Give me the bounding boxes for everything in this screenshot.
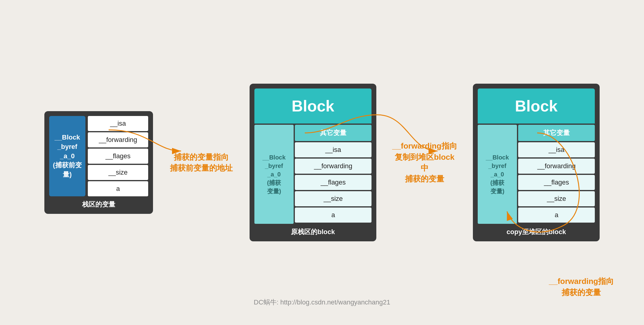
right-sub-header: 其它变量 <box>518 125 595 141</box>
middle-block-header: Block <box>254 88 371 124</box>
stack-label: 栈区的变量 <box>49 200 148 209</box>
middle-row-a: a <box>295 208 371 223</box>
annotation-bottom: __forwarding指向捕获的变量 <box>549 276 614 298</box>
stack-row-flages: __flages <box>88 149 148 164</box>
middle-block-right: 其它变量 __isa __forwarding __flages __size … <box>295 125 371 224</box>
annotation-left: 捕获的变量指向捕获前变量的地址 <box>168 152 234 174</box>
right-block-box: Block __Block_byref_a_0(捕获变量) 其它变量 __isa… <box>473 84 600 241</box>
right-block-left-label: __Block_byref_a_0(捕获变量) <box>478 125 517 224</box>
stack-left-label: __Block_byref_a_0(捕获前变量) <box>49 116 85 196</box>
right-row-isa: __isa <box>518 142 595 157</box>
stack-row-forwarding: __forwarding <box>88 132 148 147</box>
right-block-header: Block <box>478 88 595 124</box>
stack-box: __Block_byref_a_0(捕获前变量) __isa __forward… <box>44 111 153 214</box>
right-row-forwarding: __forwarding <box>518 159 595 174</box>
main-container: __Block_byref_a_0(捕获前变量) __isa __forward… <box>0 0 644 325</box>
stack-rows: __isa __forwarding __flages __size a <box>88 116 148 196</box>
right-block-right: 其它变量 __isa __forwarding __flages __size … <box>518 125 595 224</box>
stack-row-size: __size <box>88 165 148 180</box>
watermark: DC蜗牛: http://blog.csdn.net/wangyanchang2… <box>254 298 391 307</box>
stack-row-a: a <box>88 181 148 196</box>
middle-block-box: Block __Block_byref_a_0(捕获变量) 其它变量 __isa… <box>250 84 376 241</box>
right-block-label: copy至堆区的block <box>478 227 595 237</box>
right-row-flages: __flages <box>518 175 595 190</box>
middle-sub-header: 其它变量 <box>295 125 371 141</box>
middle-row-flages: __flages <box>295 175 371 190</box>
right-row-a: a <box>518 208 595 223</box>
middle-row-forwarding: __forwarding <box>295 159 371 174</box>
right-row-size: __size <box>518 191 595 206</box>
middle-block-left-label: __Block_byref_a_0(捕获变量) <box>254 125 294 224</box>
middle-row-size: __size <box>295 191 371 206</box>
middle-row-isa: __isa <box>295 142 371 157</box>
annotation-middle: __forwarding指向复制到堆区block中捕获的变量 <box>391 140 458 185</box>
stack-row-isa: __isa <box>88 116 148 131</box>
middle-block-label: 原栈区的block <box>254 227 371 237</box>
